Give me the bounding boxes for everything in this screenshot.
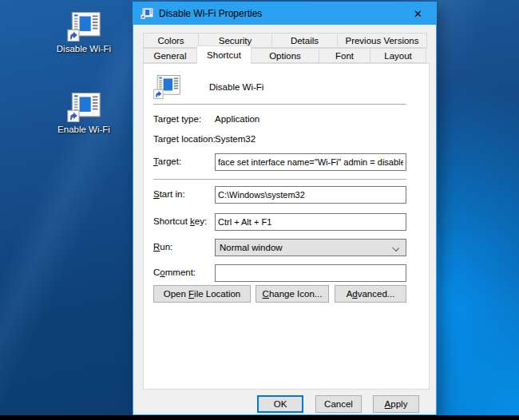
tab-options[interactable]: Options (251, 48, 319, 63)
run-dropdown[interactable]: Normal window (215, 239, 406, 256)
taskbar-strip (0, 415, 519, 420)
desktop-shortcut-label: Enable Wi-Fi (57, 125, 110, 134)
run-label: Run: (153, 242, 172, 252)
shortcut-key-input[interactable] (215, 213, 406, 231)
comment-input[interactable] (215, 264, 406, 282)
advanced-button[interactable]: Advanced... (335, 285, 406, 303)
tab-font[interactable]: Font (319, 48, 370, 63)
properties-dialog: Disable Wi-Fi Properties ✕ Colors Securi… (133, 2, 437, 415)
shortcut-name: Disable Wi-Fi (209, 82, 263, 92)
separator (153, 179, 406, 180)
change-icon-button[interactable]: Change Icon... (256, 285, 329, 303)
desktop-shortcut-enable-wifi[interactable]: Enable Wi-Fi (44, 93, 124, 134)
shortcut-key-label: Shortcut key: (153, 216, 207, 226)
open-file-location-button[interactable]: Open File Location (153, 285, 251, 303)
comment-label: Comment: (153, 267, 196, 277)
titlebar[interactable]: Disable Wi-Fi Properties ✕ (133, 2, 436, 25)
app-window-shortcut-icon (67, 12, 101, 42)
app-window-shortcut-icon (153, 75, 180, 99)
start-in-label: Start in: (153, 189, 185, 199)
desktop-shortcut-label: Disable Wi-Fi (57, 44, 111, 53)
target-type-label: Target type: (153, 114, 201, 124)
start-in-input[interactable] (215, 186, 406, 204)
target-location-value: System32 (215, 134, 256, 144)
tab-general[interactable]: General (143, 48, 197, 63)
shortcut-icon-row: Disable Wi-Fi (153, 75, 263, 99)
tab-details[interactable]: Details (271, 33, 338, 48)
tabstrip: Colors Security Details Previous Version… (143, 33, 430, 66)
run-dropdown-value: Normal window (220, 243, 283, 252)
ok-button[interactable]: OK (257, 395, 303, 413)
close-icon[interactable]: ✕ (400, 2, 436, 25)
separator (153, 104, 406, 105)
target-input[interactable] (215, 153, 406, 171)
tab-row-back: Colors Security Details Previous Version… (143, 33, 430, 48)
chevron-down-icon (392, 244, 399, 252)
target-type-value: Application (215, 114, 260, 124)
target-location-label: Target location: (153, 134, 216, 144)
tab-colors[interactable]: Colors (143, 33, 199, 48)
app-window-shortcut-icon (67, 93, 101, 122)
tab-layout[interactable]: Layout (370, 48, 426, 63)
app-window-shortcut-icon (141, 8, 153, 19)
apply-button[interactable]: Apply (373, 395, 419, 413)
cancel-button[interactable]: Cancel (315, 395, 362, 413)
target-label: Target: (153, 157, 181, 166)
tab-shortcut[interactable]: Shortcut (196, 46, 252, 64)
desktop-shortcut-disable-wifi[interactable]: Disable Wi-Fi (44, 12, 124, 53)
tab-row-front: General Shortcut Options Font Layout (143, 48, 430, 66)
shortcut-tab-page: Disable Wi-Fi Target type: Application T… (143, 63, 430, 390)
dialog-title: Disable Wi-Fi Properties (159, 8, 262, 19)
tab-previous-versions[interactable]: Previous Versions (337, 33, 427, 48)
